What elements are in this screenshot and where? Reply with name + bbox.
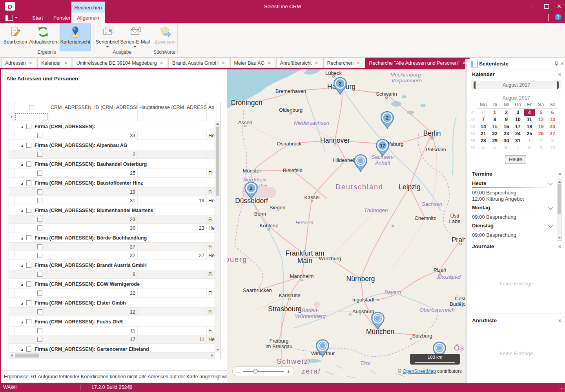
table-row[interactable]: 27Fi	[9, 243, 216, 251]
app-menu-button[interactable]	[5, 14, 20, 21]
calendar-day[interactable]: 1	[524, 138, 535, 144]
document-tab[interactable]: Recherchen✕	[323, 58, 364, 68]
scroll-down-arrow[interactable]	[215, 347, 220, 352]
heute-button[interactable]: Heute	[505, 155, 526, 164]
menu-item-start[interactable]: Start	[27, 13, 48, 23]
scroll-left-arrow[interactable]	[9, 353, 14, 358]
map-marker-cluster[interactable]: 2	[332, 76, 348, 96]
document-tab[interactable]: Umkreissuche DE 39104 Magdeburg✕	[73, 58, 167, 68]
checkbox[interactable]	[26, 300, 31, 305]
serienbrief-button[interactable]: Serienbrief	[95, 24, 120, 51]
checkbox[interactable]	[37, 244, 42, 249]
minimize-button[interactable]: –	[526, 2, 538, 10]
checkbox[interactable]	[26, 319, 31, 324]
document-tab[interactable]: Anrufübersicht✕	[276, 58, 322, 68]
calendar-day[interactable]: 16	[501, 123, 512, 130]
table-row[interactable]: 12Fi	[9, 308, 216, 316]
checkbox[interactable]	[26, 281, 31, 287]
calendar-day[interactable]: 31	[512, 138, 523, 144]
calendar-day[interactable]: 20	[547, 123, 558, 130]
group-row[interactable]: Firma (CRM_ADRESSEN): Brandt Austria Gmb…	[9, 260, 216, 270]
calendar-day[interactable]: 7	[512, 145, 523, 151]
calendar-day[interactable]: 19	[535, 123, 547, 130]
calendar-day[interactable]: 4	[478, 145, 489, 151]
calendar-day[interactable]: 10	[512, 116, 523, 123]
calendar-day[interactable]: 2	[501, 109, 512, 116]
slider-thumb[interactable]	[253, 369, 258, 374]
scrollbar-thumb[interactable]	[558, 184, 561, 214]
table-row[interactable]: 6Fi	[9, 270, 216, 279]
group-row[interactable]: Firma (CRM_ADRESSEN): Fuchs GbR	[9, 316, 216, 327]
calendar-day[interactable]: 6	[501, 145, 512, 151]
select-all-header[interactable]	[15, 102, 49, 113]
scroll-right-arrow[interactable]	[210, 353, 215, 358]
prev-month-arrow[interactable]	[474, 82, 476, 88]
grid-horizontal-scrollbar[interactable]	[9, 352, 215, 359]
bearbeiten-button[interactable]: Bearbeiten	[3, 24, 27, 51]
tab-close-icon[interactable]: ✕	[268, 61, 271, 65]
calendar-day[interactable]: 13	[547, 116, 558, 123]
group-row[interactable]: Firma (CRM_ADRESSEN): Bauhandel Osterbur…	[9, 159, 216, 169]
table-row[interactable]: 19Fi	[9, 188, 216, 196]
table-row[interactable]: 2	[9, 150, 216, 159]
tab-close-icon[interactable]: ✕	[315, 61, 318, 65]
calendar-day[interactable]: 10	[547, 145, 558, 151]
scrollbar-thumb[interactable]	[15, 354, 39, 358]
group-row[interactable]: Firma (CRM_ADRESSEN):	[9, 121, 216, 131]
termin-item[interactable]: 09:00 Besprechung	[472, 232, 516, 238]
termin-item[interactable]: 09:00 Besprechung	[472, 190, 516, 196]
calendar-day[interactable]: 4	[524, 109, 535, 116]
map-marker[interactable]	[315, 339, 330, 359]
group-expander-icon[interactable]	[21, 237, 23, 240]
ribbon-tab-allgemein[interactable]: Allgemein	[71, 13, 105, 23]
checkbox[interactable]	[26, 162, 31, 167]
checkbox[interactable]	[37, 217, 42, 222]
calendar-day[interactable]: 27	[547, 131, 558, 137]
group-expander-icon[interactable]	[21, 182, 23, 185]
filter-cell-hauptadresse[interactable]	[138, 113, 207, 121]
group-expander-icon[interactable]	[21, 283, 23, 286]
aktualisieren-button[interactable]: Aktualisieren	[28, 24, 58, 51]
checkbox[interactable]	[37, 189, 42, 194]
calendar-day[interactable]: 3	[512, 109, 523, 116]
termin-item[interactable]: 12:00 Klärung Angebot	[472, 196, 524, 202]
serien-email-button[interactable]: Serien-E-Mail	[120, 24, 150, 51]
group-expander-icon[interactable]	[21, 210, 23, 212]
calendar-day[interactable]: 5	[535, 109, 547, 116]
tab-close-icon[interactable]: ✕	[64, 61, 67, 65]
calendar-day[interactable]: 8	[524, 145, 535, 151]
calendar-day[interactable]: 30	[501, 138, 512, 144]
checkbox[interactable]	[26, 208, 31, 213]
calendar-day[interactable]: 15	[489, 123, 500, 130]
calendar-day[interactable]: 12	[535, 116, 547, 123]
slider-track[interactable]	[243, 371, 284, 372]
checkbox[interactable]	[37, 171, 42, 176]
table-row[interactable]: 1711He	[9, 335, 216, 344]
document-tab[interactable]: Kalender✕	[37, 58, 71, 68]
help-button[interactable]: ?	[555, 14, 561, 20]
checkbox[interactable]	[26, 263, 31, 268]
filter-cell-id[interactable]	[49, 113, 138, 121]
group-expander-icon[interactable]	[21, 145, 23, 147]
map-marker-cluster[interactable]: 17	[375, 138, 390, 158]
next-month-arrow[interactable]	[557, 82, 559, 88]
tab-close-icon[interactable]: ✕	[29, 61, 32, 65]
calendar-day[interactable]: 5	[489, 145, 500, 151]
calendar-day[interactable]: 11	[524, 116, 535, 123]
map-marker-cluster[interactable]: 3	[243, 181, 259, 201]
resize-grip[interactable]	[560, 387, 563, 390]
checkbox[interactable]	[37, 272, 42, 277]
table-row[interactable]: 23Fi	[9, 215, 216, 224]
group-row[interactable]: Firma (CRM_ADRESSEN): Börde-Buchhandlung	[9, 232, 216, 243]
calendar-day[interactable]: 22	[489, 131, 500, 137]
calendar-day[interactable]: 24	[512, 131, 523, 137]
collapse-ribbon-button[interactable]	[548, 15, 553, 20]
table-row[interactable]: 25Fi	[9, 169, 216, 178]
group-expander-icon[interactable]	[21, 302, 23, 305]
map-marker[interactable]	[353, 154, 368, 174]
group-expander-icon[interactable]	[21, 265, 23, 267]
termine-day-header[interactable]: Dienstag	[472, 223, 550, 229]
scroll-up-arrow[interactable]	[215, 121, 220, 126]
close-sidebar-icon[interactable]: ✕	[560, 61, 564, 66]
close-anrufliste-icon[interactable]: ✕	[558, 318, 561, 323]
